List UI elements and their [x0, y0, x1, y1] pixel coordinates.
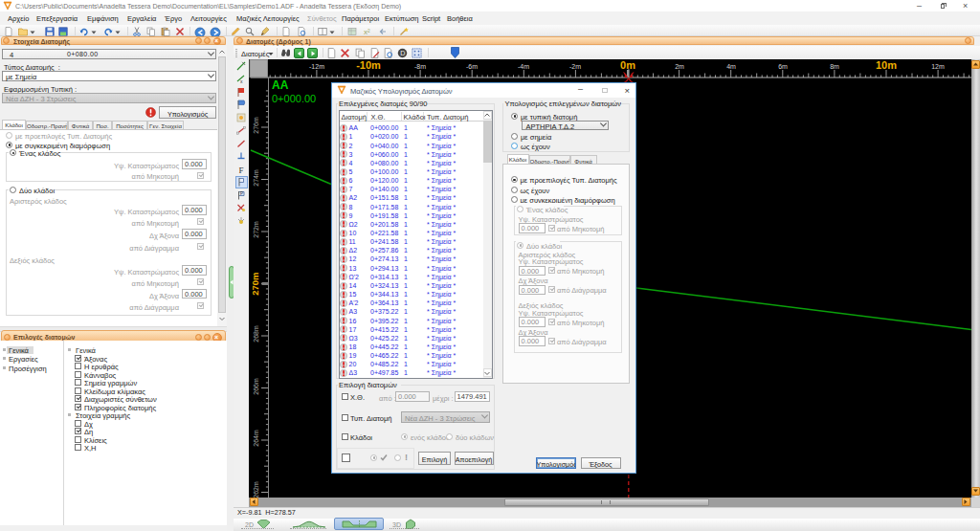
svg-text:12m: 12m — [931, 63, 945, 70]
svg-text:-2m: -2m — [569, 63, 581, 70]
svg-text:D: D — [400, 50, 405, 57]
svg-text:272m: 272m — [253, 221, 259, 238]
svg-text:-10m: -10m — [356, 59, 381, 71]
svg-text:268m: 268m — [253, 325, 259, 343]
svg-text:262m: 262m — [253, 481, 259, 498]
svg-text:264m: 264m — [253, 430, 259, 447]
svg-text:4m: 4m — [726, 63, 736, 70]
svg-text:10m: 10m — [876, 59, 897, 71]
svg-text:x²: x² — [364, 28, 370, 36]
svg-text:274m: 274m — [253, 169, 259, 187]
svg-text:AA: AA — [272, 78, 289, 92]
svg-text:266m: 266m — [253, 378, 259, 395]
svg-text:276m: 276m — [253, 117, 259, 134]
svg-text:8m: 8m — [830, 63, 839, 70]
svg-text:-12m: -12m — [309, 63, 324, 70]
svg-text:-4m: -4m — [518, 63, 529, 70]
svg-text:-8m: -8m — [414, 63, 426, 70]
svg-text:2m: 2m — [675, 63, 684, 70]
svg-text:P: P — [240, 191, 243, 196]
svg-text:0+000.00: 0+000.00 — [272, 93, 316, 104]
svg-text:270m: 270m — [250, 272, 260, 295]
svg-text:0m: 0m — [620, 59, 635, 71]
svg-text:-6m: -6m — [466, 63, 478, 70]
svg-text:x: x — [240, 78, 243, 83]
svg-text:F: F — [239, 165, 244, 174]
svg-text:6m: 6m — [778, 63, 788, 70]
